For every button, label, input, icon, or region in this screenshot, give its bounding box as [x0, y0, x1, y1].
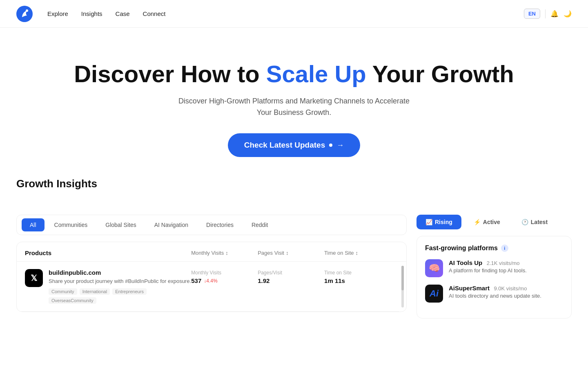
sort-icon-pages[interactable]: ↕	[286, 250, 289, 256]
aitools-details: AI Tools Up 2.1K visits/mo A platform fo…	[449, 259, 563, 274]
active-icon: ⚡	[474, 219, 481, 225]
tab-directories[interactable]: Directories	[198, 218, 242, 231]
platform-item-aitools: 🧠 AI Tools Up 2.1K visits/mo A platform …	[425, 259, 563, 277]
product-name[interactable]: buildinpublic.com	[49, 269, 191, 276]
platform-item-aisupersmart: Ai AiSuperSmart 9.0K visits/mo AI tools …	[425, 285, 563, 303]
col-time-on-site-header: Time on Site ↕	[324, 250, 391, 256]
monthly-visits-change: ↓4.4%	[204, 278, 217, 284]
cta-button[interactable]: Check Latest Updates →	[228, 133, 361, 157]
tag-international[interactable]: International	[80, 288, 110, 295]
latest-label: Latest	[531, 219, 548, 225]
fast-growing-header: Fast-growing platforms i	[425, 245, 563, 252]
aitools-name-row: AI Tools Up 2.1K visits/mo	[449, 259, 563, 267]
tag-community[interactable]: Community	[49, 288, 77, 295]
tag-overseas[interactable]: OverseasCommunity	[49, 297, 96, 304]
stat-pages-visit: Pages/Visit 1.92	[258, 269, 324, 284]
svg-point-1	[26, 9, 28, 12]
tab-global-sites[interactable]: Global Sites	[97, 218, 144, 231]
bell-icon[interactable]: 🔔	[550, 10, 559, 18]
nav-right: EN 🔔 🌙	[524, 9, 572, 19]
pages-visit-label: Pages/Visit	[258, 270, 324, 276]
nav-links: Explore Insights Case Connect	[47, 10, 165, 17]
right-panel: 📈 Rising ⚡ Active 🕐 Latest Fast-growing …	[416, 215, 572, 319]
nav-logo	[16, 6, 33, 22]
tab-rising[interactable]: 📈 Rising	[416, 215, 461, 229]
aisupersmart-logo: Ai	[425, 285, 443, 303]
stat-time-on-site: Time on Site 1m 11s	[324, 269, 391, 284]
aisupersmart-name[interactable]: AiSuperSmart	[449, 285, 490, 292]
aisupersmart-desc: AI tools directory and news update site.	[449, 293, 563, 299]
tag-entrepreneurs[interactable]: Entrepreneurs	[112, 288, 147, 295]
section-title: Growth Insights	[16, 177, 572, 190]
rising-icon: 📈	[425, 219, 432, 225]
hero-title-start: Discover How to	[74, 61, 266, 87]
table-header: Products Monthly Visits ↕ Pages Visit ↕ …	[17, 242, 406, 262]
aitools-desc: A platform for finding top AI tools.	[449, 267, 563, 274]
scroll-thumb	[401, 266, 404, 290]
col-monthly-visits-header: Monthly Visits ↕	[191, 250, 258, 256]
tab-ai-navigation[interactable]: AI Navigation	[146, 218, 196, 231]
scrollbar[interactable]	[401, 266, 404, 307]
language-button[interactable]: EN	[524, 9, 540, 19]
cta-arrow: →	[336, 141, 344, 150]
tab-communities[interactable]: Communities	[46, 218, 96, 231]
tab-all[interactable]: All	[22, 218, 45, 231]
aisupersmart-name-row: AiSuperSmart 9.0K visits/mo	[449, 285, 563, 292]
col-product-header: Products	[25, 249, 191, 256]
hero-title-end: Your Growth	[366, 61, 514, 87]
hero-title: Discover How to Scale Up Your Growth	[16, 61, 572, 88]
table-body: 𝕏 buildinpublic.com Share your product j…	[17, 262, 406, 312]
brain-icon: 🧠	[429, 263, 440, 274]
latest-icon: 🕐	[521, 219, 528, 225]
x-logo-icon: 𝕏	[31, 273, 37, 283]
left-panel: All Communities Global Sites AI Navigati…	[16, 215, 407, 319]
time-on-site-value: 1m 11s	[324, 277, 391, 284]
hero-title-blue: Scale Up	[266, 61, 366, 87]
time-on-site-label: Time on Site	[324, 270, 391, 276]
table-card: Products Monthly Visits ↕ Pages Visit ↕ …	[16, 242, 407, 312]
active-label: Active	[483, 219, 500, 225]
tab-active[interactable]: ⚡ Active	[465, 215, 509, 229]
product-logo: 𝕏	[25, 269, 43, 287]
fast-growing-card: Fast-growing platforms i 🧠 AI Tools Up 2…	[416, 236, 572, 319]
logo-icon	[16, 6, 33, 22]
table-rows: 𝕏 buildinpublic.com Share your product j…	[17, 262, 399, 312]
nav-divider	[545, 9, 546, 18]
pages-visit-value: 1.92	[258, 277, 324, 284]
tab-latest[interactable]: 🕐 Latest	[512, 215, 557, 229]
stat-monthly-visits: Monthly Visits 537 ↓4.4%	[191, 269, 258, 284]
nav-left: Explore Insights Case Connect	[16, 6, 165, 22]
cta-label: Check Latest Updates	[244, 141, 325, 150]
right-tabs: 📈 Rising ⚡ Active 🕐 Latest	[416, 215, 572, 229]
info-icon[interactable]: i	[501, 245, 508, 252]
navbar: Explore Insights Case Connect EN 🔔 🌙	[0, 0, 588, 28]
sort-icon-time[interactable]: ↕	[356, 250, 359, 256]
tab-reddit[interactable]: Reddit	[243, 218, 276, 231]
rising-label: Rising	[435, 219, 452, 225]
hero-section: Discover How to Scale Up Your Growth Dis…	[0, 28, 588, 177]
nav-connect[interactable]: Connect	[143, 10, 166, 17]
dark-mode-toggle[interactable]: 🌙	[564, 10, 572, 18]
category-tabs: All Communities Global Sites AI Navigati…	[16, 215, 407, 235]
fast-growing-title: Fast-growing platforms	[425, 245, 498, 252]
nav-insights[interactable]: Insights	[81, 10, 102, 17]
nav-explore[interactable]: Explore	[47, 10, 68, 17]
aisupersmart-details: AiSuperSmart 9.0K visits/mo AI tools dir…	[449, 285, 563, 299]
product-tags: Community International Entrepreneurs Ov…	[49, 288, 191, 304]
product-info: 𝕏 buildinpublic.com Share your product j…	[25, 269, 191, 304]
table-row: 𝕏 buildinpublic.com Share your product j…	[17, 262, 399, 312]
aitools-visits: 2.1K visits/mo	[487, 260, 520, 266]
product-desc: Share your product journey with #BuildIn…	[49, 278, 191, 285]
aisupersmart-visits: 9.0K visits/mo	[494, 285, 527, 292]
aitools-logo: 🧠	[425, 259, 443, 277]
growth-insights-section: Growth Insights	[0, 177, 588, 215]
monthly-visits-label: Monthly Visits	[191, 270, 258, 276]
nav-case[interactable]: Case	[116, 10, 130, 17]
col-pages-visit-header: Pages Visit ↕	[258, 250, 324, 256]
sort-icon-monthly[interactable]: ↕	[225, 250, 228, 256]
aitools-name[interactable]: AI Tools Up	[449, 259, 482, 266]
cta-dot	[329, 144, 332, 147]
product-details: buildinpublic.com Share your product jou…	[49, 269, 191, 304]
hero-subtitle: Discover High-Growth Platforms and Marke…	[176, 95, 412, 119]
main-content: All Communities Global Sites AI Navigati…	[0, 215, 588, 319]
